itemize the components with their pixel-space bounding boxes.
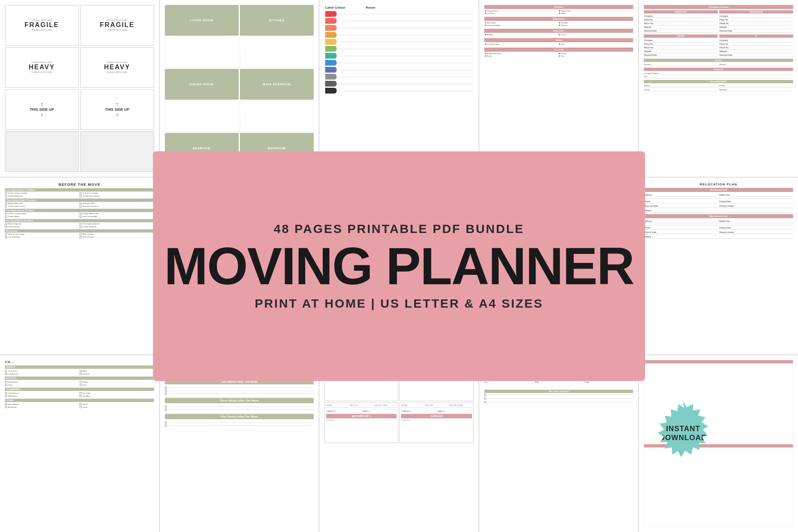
box-label-bathroom1: FROM BOX NO. COLOR CODE FRAGILE ☐ HEAVY …	[324, 402, 398, 443]
bedroom-header: Bedroom	[484, 29, 634, 33]
change-address-page: CH... FINANCE Credit Cards Banks Loan Ag…	[0, 355, 159, 532]
kids-header: For Kids	[484, 48, 634, 52]
kitchen-header: Kitchen	[484, 5, 634, 9]
finance-header: FINANCE	[5, 365, 154, 369]
box-label-garage: FROM BOX NO. COLOR CODE FRAGILE ☐ HEAVY …	[399, 402, 473, 443]
overlay-title: MOVING PLANNER	[164, 240, 634, 292]
before-move-page: BEFORE THE MOVE Four Weeks Before The Mo…	[0, 178, 159, 354]
heavy-label-1: HANDLE WITH CARE HEAVY HANDLE WITH CARE	[5, 47, 79, 88]
fragile-label-2: HANDLE WITH CARE FRAGILE HANDLE WITH CAR…	[80, 5, 154, 46]
color-strip	[325, 11, 473, 94]
color-header-room: Room	[366, 6, 375, 9]
checklist-header: Box / Item Checklist	[484, 390, 634, 393]
office-header: Office	[484, 38, 634, 42]
two-weeks-header: Two Weeks Before The Move	[5, 209, 154, 212]
other-header: OTHER	[5, 399, 154, 402]
old-house-header: Old House Info	[644, 188, 793, 192]
badge-line2: DOWNLOAD	[659, 434, 707, 443]
shipping-labels-page: HANDLE WITH CARE FRAGILE HANDLE WITH CAR…	[0, 0, 159, 177]
bathroom-header: Bathroom	[484, 17, 634, 21]
packing-list-page: Kitchen Dishes/Glasses Paper Towels Pots…	[479, 0, 638, 177]
relocation-page: RELOCATION PLAN Old House Info Address: …	[639, 178, 798, 354]
room-label-main-bed: MAIN BEDROOM	[240, 69, 314, 100]
services-header: SERVICES	[5, 377, 154, 380]
box-labels-page: FROM BOX NO. COLOR CODE FRAGILE ☐ HEAVY …	[319, 355, 479, 532]
room-setup-page: MOVING INSTRUCTIONS Room Room:Height: Ro…	[479, 355, 638, 532]
new-house-header: New House Info	[644, 214, 793, 218]
moving-day-header: Moving Day	[5, 229, 154, 233]
overlay-tagline: PRINT AT HOME | US LETTER & A4 SIZES	[255, 297, 543, 311]
blank-label-1	[5, 131, 79, 172]
overlay-subtitle: 48 PAGES PRINTABLE PDF BUNDLE	[274, 222, 524, 236]
room-labels-page: LIVING ROOM KITCHEN DINING ROOM MAIN BED…	[160, 0, 319, 177]
govt-header: GOVERNMENT	[5, 388, 154, 391]
relocation-title: RELOCATION PLAN	[644, 183, 793, 186]
after-move-page: One Week After The Move Two Weeks After …	[160, 355, 319, 532]
three-weeks-header: Three Weeks Before The Move	[5, 199, 154, 202]
side-up-label-1: ↑ THIS SIDE UP ↑	[5, 89, 79, 130]
color-labels-page: Label Colour Room	[319, 0, 479, 177]
side-up-label-2: ↑ THIS SIDE UP ↑	[80, 89, 154, 130]
before-move-title: BEFORE THE MOVE	[5, 183, 154, 187]
three-weeks-after: Three Weeks After The Move	[165, 398, 314, 403]
room-label-dining: DINING ROOM	[165, 69, 239, 100]
color-header-label: Label Colour	[325, 6, 345, 9]
blank-label-2	[80, 131, 154, 172]
badge-line1: INSTANT	[666, 425, 700, 434]
main-overlay: 48 PAGES PRINTABLE PDF BUNDLE MOVING PLA…	[153, 151, 645, 381]
one-week-header: One Week Before The Move	[5, 219, 154, 222]
fragile-label-1: HANDLE WITH CARE FRAGILE HANDLE WITH CAR…	[5, 5, 79, 46]
heavy-label-2: HANDLE WITH CARE HEAVY HANDLE WITH CARE	[80, 47, 154, 88]
company-details-page: Company Details MORTGAGE Company Policy …	[639, 0, 798, 177]
four-weeks-after: Four Weeks After The Move	[165, 414, 314, 419]
four-weeks-header: Four Weeks Before The Move	[5, 188, 154, 192]
room-label-living: LIVING ROOM	[165, 5, 239, 36]
room-label-kitchen: KITCHEN	[240, 5, 314, 36]
extra-page	[639, 355, 798, 532]
company-title: Company Details	[644, 5, 793, 9]
